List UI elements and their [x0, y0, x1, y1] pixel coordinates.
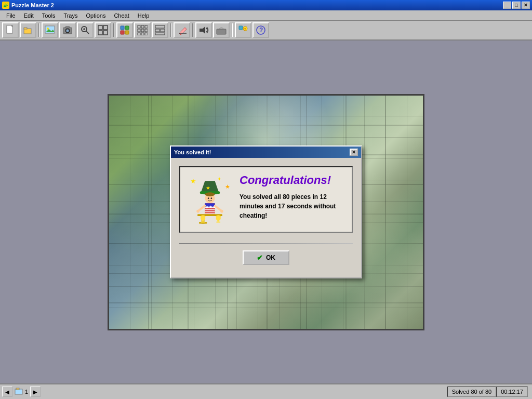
ok-label: OK — [266, 254, 275, 261]
svg-rect-27 — [141, 29, 144, 32]
svg-rect-24 — [141, 25, 144, 28]
zoom-button[interactable] — [77, 22, 94, 38]
svg-rect-31 — [145, 33, 148, 35]
camera-button[interactable] — [59, 22, 76, 38]
ok-checkmark-icon: ✔ — [257, 254, 263, 262]
svg-point-88 — [196, 210, 200, 213]
svg-rect-34 — [161, 29, 165, 32]
svg-point-5 — [47, 28, 49, 30]
tray-mgr-button[interactable] — [213, 22, 230, 38]
svg-rect-29 — [138, 33, 140, 35]
svg-rect-22 — [125, 31, 129, 34]
menu-cheat[interactable]: Cheat — [110, 11, 133, 20]
svg-marker-36 — [179, 28, 187, 35]
dialog-separator — [179, 243, 353, 244]
svg-rect-30 — [141, 33, 144, 35]
puzzle-area: You solved it! ✕ ★ ✦ ★ — [108, 94, 424, 330]
dialog-overlay: You solved it! ✕ ★ ✦ ★ — [109, 96, 423, 329]
dialog-footer: ✔ OK — [179, 250, 353, 269]
toolbar: ? ? — [0, 21, 532, 41]
svg-point-68 — [208, 197, 209, 199]
help-button[interactable]: ? — [252, 22, 269, 38]
dialog-title-text: You solved it! — [174, 149, 211, 155]
ok-button[interactable]: ✔ OK — [243, 250, 289, 265]
puzzle-mode-button[interactable] — [116, 22, 133, 38]
toolbar-sep-3 — [170, 23, 171, 37]
svg-rect-26 — [138, 29, 140, 32]
svg-text:?: ? — [244, 27, 246, 32]
svg-rect-15 — [98, 25, 102, 30]
open-button[interactable] — [20, 22, 36, 38]
maximize-button[interactable]: □ — [512, 2, 521, 9]
svg-rect-39 — [217, 29, 226, 34]
svg-rect-10 — [65, 26, 70, 28]
window-title: Puzzle Master 2 — [11, 2, 54, 8]
tray-icon — [15, 388, 23, 396]
svg-rect-17 — [98, 31, 102, 35]
menu-help[interactable]: Help — [134, 11, 154, 20]
celebration-icon: ★ ✦ ★ ★ — [187, 174, 233, 225]
svg-rect-76 — [205, 212, 215, 214]
tray-area: ◀ 1 ▶ — [2, 387, 41, 397]
menu-options[interactable]: Options — [82, 11, 110, 20]
svg-rect-33 — [155, 29, 159, 32]
tray-item: 1 — [15, 388, 28, 396]
sound-button[interactable] — [195, 22, 212, 38]
main-content: You solved it! ✕ ★ ✦ ★ — [0, 41, 532, 383]
close-button[interactable]: ✕ — [522, 2, 530, 9]
svg-point-67 — [205, 192, 215, 196]
menu-file[interactable]: File — [2, 11, 20, 20]
svg-line-86 — [198, 206, 205, 211]
minimize-button[interactable]: _ — [503, 2, 511, 9]
new-file-button[interactable] — [2, 22, 19, 38]
menu-edit[interactable]: Edit — [20, 11, 38, 20]
menu-trays[interactable]: Trays — [59, 11, 82, 20]
view-button[interactable] — [95, 22, 111, 38]
svg-rect-28 — [145, 29, 148, 32]
svg-text:★: ★ — [190, 177, 196, 185]
congratulations-message: You solved all 80 pieces in 12 minutes a… — [240, 192, 345, 220]
toolbar-sep-2 — [113, 23, 114, 37]
congratulations-title: Congratulations! — [240, 174, 345, 187]
title-bar: 🧩 Puzzle Master 2 _ □ ✕ — [0, 0, 532, 10]
svg-rect-85 — [216, 222, 220, 223]
svg-rect-84 — [217, 220, 219, 222]
svg-rect-32 — [155, 25, 165, 28]
toolbar-sep-5 — [232, 23, 233, 37]
eraser-button[interactable] — [174, 22, 190, 38]
tray-label: 1 — [25, 389, 28, 395]
title-bar-controls: _ □ ✕ — [503, 2, 530, 9]
solved-dialog: You solved it! ✕ ★ ✦ ★ — [170, 145, 362, 278]
dialog-content: ★ ✦ ★ ★ — [179, 166, 353, 233]
dialog-body: ★ ✦ ★ ★ — [171, 158, 361, 277]
hint-button[interactable]: ? — [235, 22, 251, 38]
tray-next-button[interactable]: ▶ — [30, 387, 41, 397]
svg-rect-16 — [103, 25, 108, 30]
svg-rect-25 — [145, 25, 148, 28]
layout2-button[interactable] — [152, 22, 168, 38]
svg-point-69 — [210, 197, 212, 199]
toolbar-sep-1 — [38, 23, 39, 37]
svg-rect-81 — [202, 220, 204, 222]
svg-text:✦: ✦ — [217, 176, 221, 182]
grid-button[interactable] — [134, 22, 151, 38]
svg-text:★: ★ — [225, 183, 230, 190]
svg-rect-73 — [205, 207, 215, 208]
menu-bar: File Edit Tools Trays Options Cheat Help — [0, 10, 532, 21]
menu-tools[interactable]: Tools — [38, 11, 60, 20]
svg-rect-82 — [201, 222, 205, 223]
dialog-title-bar: You solved it! ✕ — [171, 147, 361, 158]
svg-rect-0 — [7, 25, 12, 33]
svg-rect-91 — [16, 388, 19, 390]
svg-rect-20 — [125, 26, 129, 30]
bottom-bar: ◀ 1 ▶ Solved 80 of 80 00:12:17 — [0, 383, 532, 399]
svg-rect-23 — [138, 25, 140, 28]
dialog-close-button[interactable]: ✕ — [350, 149, 358, 156]
image-button[interactable] — [42, 22, 58, 38]
app-icon: 🧩 — [2, 2, 9, 9]
svg-rect-35 — [155, 33, 165, 35]
svg-text:★: ★ — [206, 185, 210, 191]
toolbar-sep-4 — [192, 23, 193, 37]
tray-prev-button[interactable]: ◀ — [2, 387, 12, 397]
svg-point-89 — [220, 210, 223, 213]
